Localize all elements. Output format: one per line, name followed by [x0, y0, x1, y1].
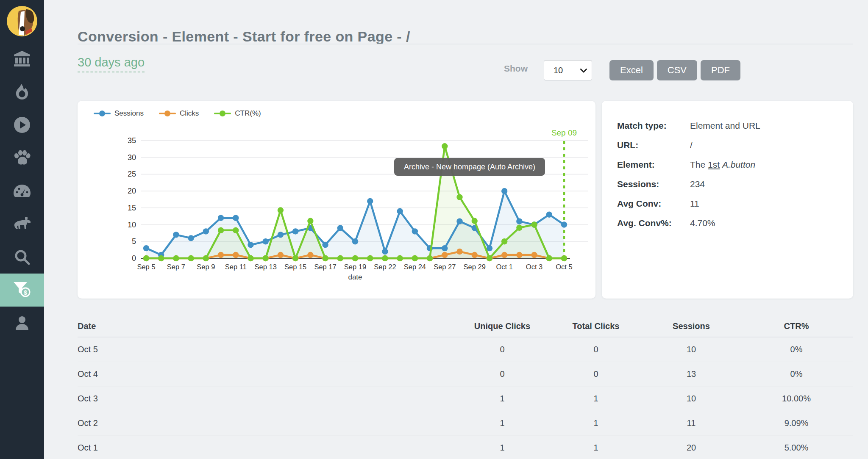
table-row: Oct 3111010.00% [78, 387, 853, 411]
svg-text:Sep 9: Sep 9 [197, 263, 215, 271]
detail-value: / [690, 141, 693, 150]
sidebar-item-search[interactable] [0, 241, 44, 274]
sidebar: $ [0, 0, 44, 459]
table-row: Oct 111205.00% [78, 436, 853, 459]
table-cell: 1 [456, 418, 549, 428]
table-cell: 1 [456, 443, 549, 453]
daily-stats-table: DateUnique ClicksTotal ClicksSessionsCTR… [78, 315, 853, 459]
paw-icon [13, 150, 31, 166]
svg-text:Sep 7: Sep 7 [167, 263, 185, 271]
table-cell: 1 [549, 418, 643, 428]
table-cell: 10 [643, 394, 740, 404]
table-cell: Oct 4 [78, 369, 456, 379]
table-header-cell: Sessions [643, 321, 740, 331]
table-cell: Oct 2 [78, 418, 456, 428]
svg-text:Sep 11: Sep 11 [225, 263, 247, 271]
detail-label: Avg. Conv%: [617, 218, 690, 228]
table-cell: 13 [643, 369, 740, 379]
legend-item-clicks[interactable]: Clicks [159, 109, 199, 118]
detail-row: Sessions:234 [617, 180, 845, 189]
sidebar-item-funnel-dollar[interactable]: $ [0, 274, 44, 307]
play-icon [14, 116, 31, 133]
date-range-link[interactable]: 30 days ago [78, 55, 145, 72]
svg-text:30: 30 [128, 153, 136, 162]
legend-marker-icon [94, 111, 111, 116]
sidebar-item-dashboard[interactable] [0, 174, 44, 207]
gauge-icon [13, 183, 31, 199]
svg-text:date: date [348, 273, 362, 281]
table-cell: 1 [549, 443, 643, 453]
detail-value: 4.70% [690, 218, 715, 228]
svg-text:Sep 29: Sep 29 [464, 263, 486, 271]
table-cell: 9.09% [740, 418, 853, 428]
sidebar-item-recordings[interactable] [0, 108, 44, 141]
table-row: Oct 211119.09% [78, 411, 853, 436]
table-cell: 0 [456, 369, 549, 379]
table-cell: 1 [549, 394, 643, 404]
legend-label: Sessions [114, 109, 144, 118]
sidebar-item-dog[interactable] [0, 207, 44, 241]
svg-text:25: 25 [128, 170, 136, 178]
table-cell: 5.00% [740, 443, 853, 453]
detail-label: Match type: [617, 121, 690, 130]
svg-text:0: 0 [132, 254, 136, 263]
table-cell: 0 [549, 345, 643, 354]
app-logo[interactable] [0, 0, 44, 42]
dog-icon [13, 216, 31, 232]
svg-text:5: 5 [132, 237, 136, 246]
detail-label: Element: [617, 160, 690, 169]
sidebar-item-bank[interactable] [0, 42, 44, 75]
sidebar-item-profile[interactable] [0, 307, 44, 340]
table-header-cell: Unique Clicks [456, 321, 549, 331]
show-count-select[interactable]: 10 [544, 60, 592, 80]
funnel-dollar-icon: $ [12, 281, 32, 299]
detail-label: Avg Conv: [617, 199, 690, 208]
sidebar-item-heatmap[interactable] [0, 75, 44, 108]
export-csv-button[interactable]: CSV [657, 60, 697, 80]
svg-text:$: $ [24, 289, 28, 296]
table-cell: Oct 3 [78, 394, 456, 404]
legend-marker-icon [159, 111, 176, 116]
bank-icon [13, 50, 31, 67]
table-cell: 0% [740, 345, 853, 354]
svg-text:Sep 09: Sep 09 [551, 128, 577, 137]
svg-text:Sep 13: Sep 13 [255, 263, 277, 271]
table-cell: 20 [643, 443, 740, 453]
legend-label: Clicks [180, 109, 199, 118]
table-row: Oct 500100% [78, 337, 853, 362]
legend-item-ctr[interactable]: CTR(%) [214, 109, 261, 118]
svg-text:Sep 22: Sep 22 [374, 263, 396, 271]
export-buttons: ExcelCSVPDF [609, 60, 740, 80]
export-pdf-button[interactable]: PDF [701, 60, 740, 80]
sidebar-item-paw[interactable] [0, 141, 44, 174]
table-cell: 11 [643, 418, 740, 428]
export-excel-button[interactable]: Excel [609, 60, 654, 80]
legend-marker-icon [214, 111, 231, 116]
detail-row: Avg. Conv%:4.70% [617, 218, 845, 228]
svg-text:Sep 5: Sep 5 [137, 263, 155, 271]
show-count-select-wrap: 10 [544, 60, 592, 80]
detail-label: URL: [617, 141, 690, 150]
table-cell: Oct 1 [78, 443, 456, 453]
search-icon [14, 249, 31, 265]
chart-legend: SessionsClicksCTR(%) [94, 109, 261, 118]
table-cell: 0 [456, 345, 549, 354]
svg-text:35: 35 [128, 136, 136, 145]
svg-text:Oct 3: Oct 3 [526, 263, 542, 271]
details-rows: Match type:Element and URLURL:/Element:T… [617, 121, 845, 238]
table-header-cell: Date [78, 321, 456, 331]
table-body: Oct 500100%Oct 400130%Oct 3111010.00%Oct… [78, 337, 853, 459]
detail-value: 234 [690, 180, 705, 189]
detail-value: 11 [690, 199, 699, 208]
conversion-line-chart: 05101520253035Sep 5Sep 7Sep 9Sep 11Sep 1… [78, 101, 595, 299]
svg-text:10: 10 [128, 221, 136, 229]
detail-value: Element and URL [690, 121, 760, 130]
svg-text:Sep 24: Sep 24 [404, 263, 426, 271]
legend-item-sessions[interactable]: Sessions [94, 109, 144, 118]
table-cell: 0 [549, 369, 643, 379]
table-cell: 10 [643, 345, 740, 354]
svg-text:Sep 15: Sep 15 [284, 263, 306, 271]
table-header-row: DateUnique ClicksTotal ClicksSessionsCTR… [78, 315, 853, 337]
detail-row: URL:/ [617, 141, 845, 150]
flame-icon [14, 83, 30, 100]
